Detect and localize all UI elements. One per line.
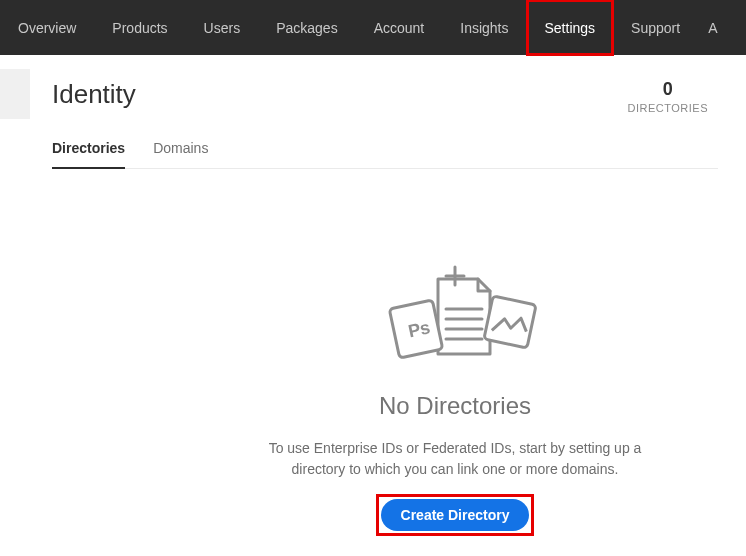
directories-count-number: 0: [628, 79, 708, 100]
nav-support[interactable]: Support: [613, 0, 698, 55]
create-directory-button[interactable]: Create Directory: [381, 499, 530, 531]
empty-state: Ps No Directories To use Enterprise IDs …: [52, 264, 718, 532]
svg-rect-7: [484, 296, 536, 348]
page-title: Identity: [52, 79, 136, 110]
top-navigation: Overview Products Users Packages Account…: [0, 0, 746, 55]
tab-domains[interactable]: Domains: [153, 140, 208, 168]
header-row: Identity 0 DIRECTORIES: [52, 79, 718, 114]
directories-count-label: DIRECTORIES: [628, 102, 708, 114]
page-body: Identity 0 DIRECTORIES Directories Domai…: [0, 55, 746, 532]
nav-packages[interactable]: Packages: [258, 0, 355, 55]
nav-insights[interactable]: Insights: [442, 0, 526, 55]
nav-account[interactable]: Account: [356, 0, 443, 55]
nav-users[interactable]: Users: [186, 0, 259, 55]
nav-overflow[interactable]: A: [698, 0, 735, 55]
directories-count-block: 0 DIRECTORIES: [628, 79, 718, 114]
left-rail-placeholder: [0, 69, 30, 119]
nav-products[interactable]: Products: [94, 0, 185, 55]
create-directory-highlight: Create Directory: [380, 498, 531, 532]
empty-state-illustration-icon: Ps: [360, 264, 550, 374]
nav-settings[interactable]: Settings: [527, 0, 614, 55]
empty-state-description: To use Enterprise IDs or Federated IDs, …: [265, 438, 645, 480]
empty-state-title: No Directories: [379, 392, 531, 420]
tab-directories[interactable]: Directories: [52, 140, 125, 168]
subtabs: Directories Domains: [52, 140, 718, 169]
nav-overview[interactable]: Overview: [0, 0, 94, 55]
content-area: Identity 0 DIRECTORIES Directories Domai…: [30, 55, 746, 532]
